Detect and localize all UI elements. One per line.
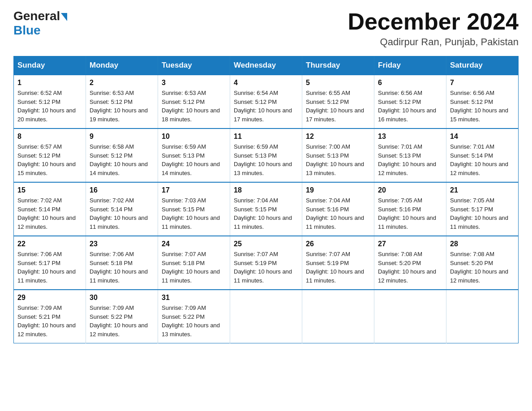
day-number: 15 xyxy=(17,186,82,194)
day-info: Sunrise: 7:07 AM Sunset: 5:19 PM Dayligh… xyxy=(306,250,370,285)
day-info: Sunrise: 7:09 AM Sunset: 5:21 PM Dayligh… xyxy=(17,304,82,338)
day-info: Sunrise: 7:05 AM Sunset: 5:16 PM Dayligh… xyxy=(378,196,442,231)
table-row: 31 Sunrise: 7:09 AM Sunset: 5:22 PM Dayl… xyxy=(158,290,230,343)
table-row: 30 Sunrise: 7:09 AM Sunset: 5:22 PM Dayl… xyxy=(86,290,158,343)
col-friday: Friday xyxy=(374,56,446,75)
title-block: December 2024 Qadirpur Ran, Punjab, Paki… xyxy=(348,9,519,48)
day-number: 6 xyxy=(378,79,442,87)
logo: General Blue xyxy=(13,9,68,38)
table-row: 19 Sunrise: 7:04 AM Sunset: 5:16 PM Dayl… xyxy=(302,182,374,236)
table-row: 26 Sunrise: 7:07 AM Sunset: 5:19 PM Dayl… xyxy=(302,236,374,290)
day-info: Sunrise: 7:02 AM Sunset: 5:14 PM Dayligh… xyxy=(17,196,82,231)
table-row: 5 Sunrise: 6:55 AM Sunset: 5:12 PM Dayli… xyxy=(302,75,374,128)
table-row xyxy=(374,290,446,343)
calendar-table: Sunday Monday Tuesday Wednesday Thursday… xyxy=(13,56,519,343)
day-number: 14 xyxy=(450,133,515,141)
col-monday: Monday xyxy=(86,56,158,75)
day-number: 17 xyxy=(162,186,226,194)
day-number: 31 xyxy=(162,294,226,302)
day-number: 10 xyxy=(162,133,226,141)
table-row: 20 Sunrise: 7:05 AM Sunset: 5:16 PM Dayl… xyxy=(374,182,446,236)
table-row: 29 Sunrise: 7:09 AM Sunset: 5:21 PM Dayl… xyxy=(14,290,86,343)
table-row: 16 Sunrise: 7:02 AM Sunset: 5:14 PM Dayl… xyxy=(86,182,158,236)
page-header: General Blue December 2024 Qadirpur Ran,… xyxy=(13,9,519,48)
day-info: Sunrise: 7:03 AM Sunset: 5:15 PM Dayligh… xyxy=(162,196,226,231)
table-row: 21 Sunrise: 7:05 AM Sunset: 5:17 PM Dayl… xyxy=(446,182,519,236)
location-title: Qadirpur Ran, Punjab, Pakistan xyxy=(348,36,519,48)
table-row: 23 Sunrise: 7:06 AM Sunset: 5:18 PM Dayl… xyxy=(86,236,158,290)
table-row: 9 Sunrise: 6:58 AM Sunset: 5:12 PM Dayli… xyxy=(86,128,158,182)
table-row: 3 Sunrise: 6:53 AM Sunset: 5:12 PM Dayli… xyxy=(158,75,230,128)
table-row: 17 Sunrise: 7:03 AM Sunset: 5:15 PM Dayl… xyxy=(158,182,230,236)
day-info: Sunrise: 6:59 AM Sunset: 5:13 PM Dayligh… xyxy=(162,142,226,177)
day-info: Sunrise: 7:09 AM Sunset: 5:22 PM Dayligh… xyxy=(90,304,154,338)
day-info: Sunrise: 7:07 AM Sunset: 5:18 PM Dayligh… xyxy=(162,250,226,285)
table-row: 14 Sunrise: 7:01 AM Sunset: 5:14 PM Dayl… xyxy=(446,128,519,182)
day-info: Sunrise: 6:56 AM Sunset: 5:12 PM Dayligh… xyxy=(378,89,442,124)
day-info: Sunrise: 6:58 AM Sunset: 5:12 PM Dayligh… xyxy=(90,142,154,177)
day-info: Sunrise: 7:00 AM Sunset: 5:13 PM Dayligh… xyxy=(306,142,370,177)
table-row: 4 Sunrise: 6:54 AM Sunset: 5:12 PM Dayli… xyxy=(230,75,302,128)
table-row: 6 Sunrise: 6:56 AM Sunset: 5:12 PM Dayli… xyxy=(374,75,446,128)
day-number: 30 xyxy=(90,294,154,302)
col-wednesday: Wednesday xyxy=(230,56,302,75)
day-info: Sunrise: 6:53 AM Sunset: 5:12 PM Dayligh… xyxy=(90,89,154,124)
day-info: Sunrise: 7:08 AM Sunset: 5:20 PM Dayligh… xyxy=(378,250,442,285)
day-info: Sunrise: 7:02 AM Sunset: 5:14 PM Dayligh… xyxy=(90,196,154,231)
day-info: Sunrise: 7:07 AM Sunset: 5:19 PM Dayligh… xyxy=(234,250,298,285)
day-info: Sunrise: 7:08 AM Sunset: 5:20 PM Dayligh… xyxy=(450,250,515,285)
table-row: 10 Sunrise: 6:59 AM Sunset: 5:13 PM Dayl… xyxy=(158,128,230,182)
day-number: 21 xyxy=(450,186,515,194)
table-row: 13 Sunrise: 7:01 AM Sunset: 5:13 PM Dayl… xyxy=(374,128,446,182)
col-thursday: Thursday xyxy=(302,56,374,75)
day-number: 16 xyxy=(90,186,154,194)
table-row: 27 Sunrise: 7:08 AM Sunset: 5:20 PM Dayl… xyxy=(374,236,446,290)
day-number: 1 xyxy=(17,79,82,87)
day-number: 5 xyxy=(306,79,370,87)
day-number: 8 xyxy=(17,133,82,141)
table-row xyxy=(302,290,374,343)
table-row: 18 Sunrise: 7:04 AM Sunset: 5:15 PM Dayl… xyxy=(230,182,302,236)
table-row: 22 Sunrise: 7:06 AM Sunset: 5:17 PM Dayl… xyxy=(14,236,86,290)
day-number: 2 xyxy=(90,79,154,87)
day-info: Sunrise: 7:06 AM Sunset: 5:18 PM Dayligh… xyxy=(90,250,154,285)
day-info: Sunrise: 7:01 AM Sunset: 5:14 PM Dayligh… xyxy=(450,142,515,177)
day-number: 23 xyxy=(90,240,154,248)
month-title: December 2024 xyxy=(348,9,519,34)
day-info: Sunrise: 6:55 AM Sunset: 5:12 PM Dayligh… xyxy=(306,89,370,124)
day-number: 4 xyxy=(234,79,298,87)
day-number: 20 xyxy=(378,186,442,194)
day-info: Sunrise: 7:04 AM Sunset: 5:15 PM Dayligh… xyxy=(234,196,298,231)
day-number: 24 xyxy=(162,240,226,248)
day-info: Sunrise: 6:53 AM Sunset: 5:12 PM Dayligh… xyxy=(162,89,226,124)
table-row: 15 Sunrise: 7:02 AM Sunset: 5:14 PM Dayl… xyxy=(14,182,86,236)
day-info: Sunrise: 7:04 AM Sunset: 5:16 PM Dayligh… xyxy=(306,196,370,231)
table-row: 8 Sunrise: 6:57 AM Sunset: 5:12 PM Dayli… xyxy=(14,128,86,182)
table-row: 12 Sunrise: 7:00 AM Sunset: 5:13 PM Dayl… xyxy=(302,128,374,182)
day-info: Sunrise: 7:01 AM Sunset: 5:13 PM Dayligh… xyxy=(378,142,442,177)
day-number: 18 xyxy=(234,186,298,194)
day-number: 29 xyxy=(17,294,82,302)
day-number: 25 xyxy=(234,240,298,248)
table-row: 2 Sunrise: 6:53 AM Sunset: 5:12 PM Dayli… xyxy=(86,75,158,128)
day-info: Sunrise: 6:59 AM Sunset: 5:13 PM Dayligh… xyxy=(234,142,298,177)
day-info: Sunrise: 7:06 AM Sunset: 5:17 PM Dayligh… xyxy=(17,250,82,285)
day-info: Sunrise: 6:52 AM Sunset: 5:12 PM Dayligh… xyxy=(17,89,82,124)
day-number: 13 xyxy=(378,133,442,141)
day-number: 28 xyxy=(450,240,515,248)
calendar-header-row: Sunday Monday Tuesday Wednesday Thursday… xyxy=(14,56,519,75)
table-row xyxy=(446,290,519,343)
calendar-week-row: 22 Sunrise: 7:06 AM Sunset: 5:17 PM Dayl… xyxy=(14,236,519,290)
day-number: 26 xyxy=(306,240,370,248)
table-row xyxy=(230,290,302,343)
day-info: Sunrise: 7:09 AM Sunset: 5:22 PM Dayligh… xyxy=(162,304,226,338)
calendar-week-row: 15 Sunrise: 7:02 AM Sunset: 5:14 PM Dayl… xyxy=(14,182,519,236)
day-info: Sunrise: 6:54 AM Sunset: 5:12 PM Dayligh… xyxy=(234,89,298,124)
day-number: 7 xyxy=(450,79,515,87)
day-number: 19 xyxy=(306,186,370,194)
day-info: Sunrise: 6:57 AM Sunset: 5:12 PM Dayligh… xyxy=(17,142,82,177)
day-info: Sunrise: 6:56 AM Sunset: 5:12 PM Dayligh… xyxy=(450,89,515,124)
day-number: 11 xyxy=(234,133,298,141)
calendar-week-row: 29 Sunrise: 7:09 AM Sunset: 5:21 PM Dayl… xyxy=(14,290,519,343)
table-row: 28 Sunrise: 7:08 AM Sunset: 5:20 PM Dayl… xyxy=(446,236,519,290)
